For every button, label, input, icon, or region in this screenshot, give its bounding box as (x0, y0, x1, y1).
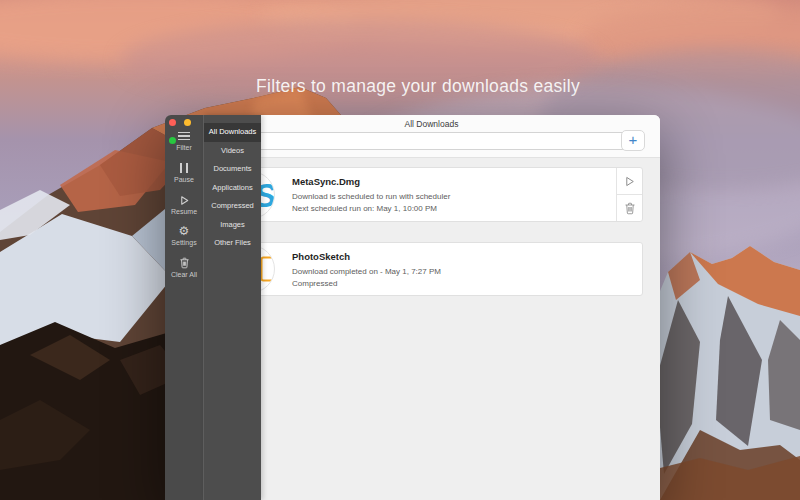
screenshot-root: Filters to manage your downloads easily … (0, 0, 800, 500)
sidebar-item-label: Pause (165, 176, 203, 183)
sidebar-item-clear-all[interactable]: Clear All (165, 257, 203, 278)
delete-download-button[interactable] (617, 195, 642, 221)
downloads-list: S MetaSync.Dmg Download is scheduled to … (203, 158, 660, 500)
add-download-button[interactable]: + (621, 130, 645, 151)
sidebar-item-settings[interactable]: ⚙ Settings (165, 225, 203, 246)
sidebar-item-label: Clear All (165, 271, 203, 278)
play-icon (623, 175, 636, 188)
filter-option-all-downloads[interactable]: All Downloads (204, 123, 261, 142)
settings-gear-icon: ⚙ (165, 225, 203, 237)
download-name: PhotoSketch (292, 251, 522, 262)
panel-header: All Downloads + (203, 115, 660, 158)
clear-all-trash-icon (165, 257, 203, 269)
toolbar-sidebar: Filter Pause Resume ⚙ Settings (165, 115, 203, 500)
filter-option-documents[interactable]: Documents (204, 160, 261, 179)
pause-icon (165, 162, 203, 174)
filter-flyout-menu: All Downloads Videos Documents Applicati… (203, 115, 261, 500)
sidebar-item-pause[interactable]: Pause (165, 162, 203, 183)
sidebar-item-label: Filter (165, 144, 203, 151)
download-name: MetaSync.Dmg (292, 176, 522, 187)
resume-play-icon (165, 194, 203, 206)
minimize-window-button[interactable] (184, 119, 191, 126)
sidebar-item-label: Settings (165, 239, 203, 246)
download-status-line: Download is scheduled to run with schedu… (292, 192, 522, 201)
filter-option-videos[interactable]: Videos (204, 142, 261, 161)
download-actions (616, 168, 642, 221)
panel-title: All Downloads (203, 119, 660, 129)
close-window-button[interactable] (169, 119, 176, 126)
sidebar-item-filter[interactable]: Filter (165, 130, 203, 151)
window-controls (169, 119, 203, 127)
download-status-line: Download completed on - May 1, 7:27 PM (292, 267, 522, 276)
filter-option-images[interactable]: Images (204, 216, 261, 235)
download-item-metasync[interactable]: S MetaSync.Dmg Download is scheduled to … (213, 167, 643, 222)
search-input[interactable] (211, 132, 628, 150)
hero-caption: Filters to manage your downloads easily (0, 76, 800, 97)
app-window: Filter Pause Resume ⚙ Settings (165, 115, 660, 500)
start-download-button[interactable] (617, 168, 642, 195)
sidebar-item-resume[interactable]: Resume (165, 194, 203, 215)
filter-option-compressed[interactable]: Compressed (204, 197, 261, 216)
downloads-panel: All Downloads + S MetaSync.Dmg Download … (203, 115, 660, 500)
filter-option-other-files[interactable]: Other Files (204, 234, 261, 253)
sidebar-item-label: Resume (165, 208, 203, 215)
trash-icon (624, 202, 636, 215)
filter-menu-icon (165, 130, 203, 142)
filter-option-applications[interactable]: Applications (204, 179, 261, 198)
download-status-line: Compressed (292, 279, 522, 288)
download-item-photosketch[interactable]: PhotoSketch Download completed on - May … (213, 242, 643, 296)
archive-icon (261, 257, 276, 282)
download-status-line: Next scheduled run on: May 1, 10:00 PM (292, 204, 522, 213)
